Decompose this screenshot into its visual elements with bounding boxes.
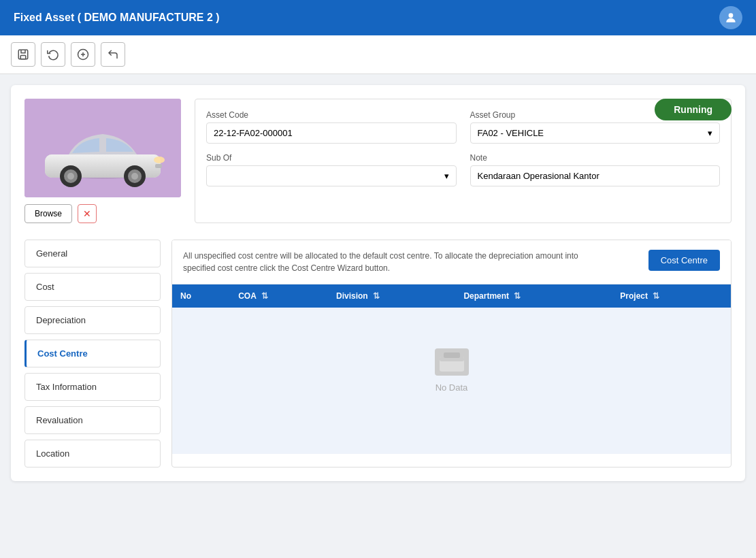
svg-rect-17 (155, 164, 162, 168)
asset-header-section: Browse ✕ Asset Code Asset Group FA02 - V… (24, 99, 732, 223)
asset-group-value: FA02 - VEHICLE (478, 128, 544, 138)
tab-location[interactable]: Location (24, 440, 161, 467)
asset-image-section: Browse ✕ (24, 99, 181, 223)
asset-group-select[interactable]: FA02 - VEHICLE ▾ (470, 122, 721, 144)
asset-card: Browse ✕ Asset Code Asset Group FA02 - V… (11, 85, 745, 481)
refresh-button[interactable] (41, 42, 65, 67)
image-buttons: Browse ✕ (24, 204, 97, 223)
cost-centre-header: All unspecified cost centre will be allo… (172, 240, 731, 284)
col-department[interactable]: Department ⇅ (455, 284, 612, 308)
no-data-text: No Data (435, 382, 468, 393)
app-header: Fixed Asset ( DEMO MANUFACTURE 2 ) (0, 0, 756, 35)
asset-image (24, 99, 181, 197)
svg-point-0 (729, 13, 734, 18)
svg-rect-20 (444, 352, 460, 358)
asset-code-group: Asset Code (206, 110, 457, 144)
tabs-content: General Cost Depreciation Cost Centre Ta… (24, 240, 732, 467)
asset-code-label: Asset Code (206, 110, 457, 120)
toolbar (0, 35, 756, 74)
tab-depreciation[interactable]: Depreciation (24, 306, 161, 334)
col-project[interactable]: Project ⇅ (612, 284, 731, 308)
chevron-down-icon-2: ▾ (444, 171, 449, 181)
sort-icon-coa: ⇅ (261, 291, 268, 301)
tab-revaluation[interactable]: Revaluation (24, 406, 161, 434)
cost-centre-info: All unspecified cost centre will be allo… (183, 250, 605, 274)
col-division[interactable]: Division ⇅ (328, 284, 455, 308)
back-button[interactable] (101, 42, 125, 67)
col-coa[interactable]: COA ⇅ (230, 284, 328, 308)
tab-general[interactable]: General (24, 240, 161, 267)
col-no: No (172, 284, 230, 308)
cost-centre-content: All unspecified cost centre will be allo… (171, 240, 732, 467)
sort-icon-project: ⇅ (653, 291, 659, 301)
chevron-down-icon: ▾ (708, 128, 712, 138)
no-data-container: No Data (172, 308, 731, 433)
sort-icon-department: ⇅ (514, 291, 521, 301)
sub-of-select[interactable]: ▾ (206, 165, 457, 186)
user-avatar[interactable] (719, 6, 742, 29)
svg-rect-2 (20, 56, 26, 59)
cost-centre-table: No COA ⇅ Division ⇅ Department (172, 284, 731, 308)
sub-of-group: Sub Of ▾ (206, 153, 457, 186)
asset-code-input[interactable] (206, 122, 457, 144)
table-header: No COA ⇅ Division ⇅ Department (172, 284, 731, 308)
svg-point-16 (154, 157, 165, 163)
tab-cost[interactable]: Cost (24, 273, 161, 301)
svg-rect-1 (18, 50, 28, 59)
sub-of-label: Sub Of (206, 153, 457, 163)
cost-centre-button[interactable]: Cost Centre (648, 250, 720, 271)
tab-tax-information[interactable]: Tax Information (24, 373, 161, 401)
note-label: Note (470, 153, 721, 163)
table-footer (172, 433, 731, 454)
browse-button[interactable]: Browse (24, 204, 72, 223)
note-input[interactable] (470, 165, 721, 186)
main-content: Browse ✕ Asset Code Asset Group FA02 - V… (0, 74, 756, 492)
status-badge: Running (655, 99, 732, 120)
tab-cost-centre[interactable]: Cost Centre (24, 340, 161, 367)
sort-icon-division: ⇅ (373, 291, 380, 301)
tabs-list: General Cost Depreciation Cost Centre Ta… (24, 240, 161, 467)
svg-point-15 (131, 173, 138, 180)
delete-image-button[interactable]: ✕ (78, 204, 97, 223)
no-data-icon (435, 348, 469, 376)
add-button[interactable] (71, 42, 95, 67)
note-group: Note (470, 153, 721, 186)
asset-form: Asset Code Asset Group FA02 - VEHICLE ▾ … (195, 99, 732, 223)
form-row-1: Asset Code Asset Group FA02 - VEHICLE ▾ (206, 110, 720, 144)
form-row-2: Sub Of ▾ Note (206, 153, 720, 186)
svg-point-12 (67, 173, 74, 180)
save-button[interactable] (11, 42, 35, 67)
app-title: Fixed Asset ( DEMO MANUFACTURE 2 ) (14, 12, 220, 24)
